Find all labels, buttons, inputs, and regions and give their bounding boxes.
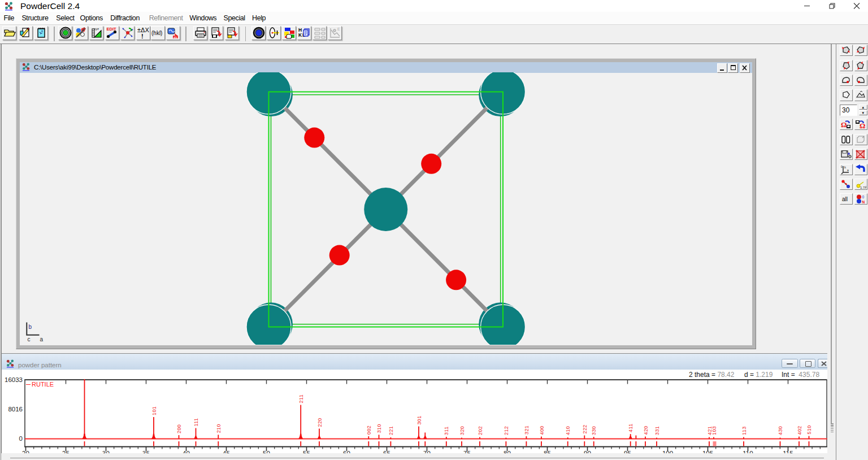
svg-text:111: 111 [193, 418, 199, 427]
svg-text:E: E [337, 27, 340, 31]
svg-text:211: 211 [298, 394, 304, 403]
svg-text:310: 310 [376, 424, 382, 433]
svg-text:212: 212 [504, 426, 509, 435]
svg-text:N: N [862, 200, 865, 204]
svg-text:a: a [40, 336, 44, 342]
svg-text:!: ! [141, 33, 144, 40]
svg-text:002: 002 [366, 426, 372, 435]
svg-text:321: 321 [524, 426, 530, 435]
svg-text:402: 402 [797, 426, 802, 435]
svg-text:220: 220 [317, 418, 323, 427]
svg-text:410: 410 [565, 426, 571, 435]
svg-text:a: a [847, 168, 849, 172]
svg-text:420: 420 [643, 426, 649, 435]
svg-text:all: all [842, 196, 848, 202]
svg-text:b: b [844, 166, 846, 169]
svg-text:±ΔX: ±ΔX [137, 27, 149, 33]
svg-text:K: K [298, 32, 302, 38]
svg-text:400: 400 [539, 426, 545, 435]
svg-text:abc: abc [173, 36, 178, 39]
svg-text:330: 330 [591, 426, 597, 435]
svg-text:b: b [29, 324, 32, 330]
svg-text:103: 103 [711, 426, 717, 435]
svg-text:411: 411 [628, 423, 633, 432]
svg-text:311: 311 [444, 426, 449, 435]
svg-text:301: 301 [416, 415, 422, 424]
svg-text:1.7Å: 1.7Å [860, 186, 866, 189]
svg-text:0: 0 [862, 195, 865, 199]
svg-text:210: 210 [216, 424, 222, 433]
svg-text:101: 101 [151, 406, 157, 415]
svg-text:0: 0 [841, 165, 843, 168]
svg-text:430: 430 [778, 426, 783, 435]
svg-text:200: 200 [176, 424, 182, 433]
svg-text:(hkl): (hkl) [151, 30, 162, 36]
svg-text:221: 221 [388, 426, 394, 435]
svg-text:113: 113 [741, 426, 747, 435]
svg-text:510: 510 [806, 425, 812, 434]
svg-text:331: 331 [654, 426, 660, 435]
svg-text:c: c [28, 336, 31, 342]
svg-text:202: 202 [478, 426, 483, 435]
svg-text:320: 320 [459, 426, 465, 435]
svg-text:Ω: Ω [860, 121, 865, 129]
svg-text:222: 222 [582, 424, 588, 433]
